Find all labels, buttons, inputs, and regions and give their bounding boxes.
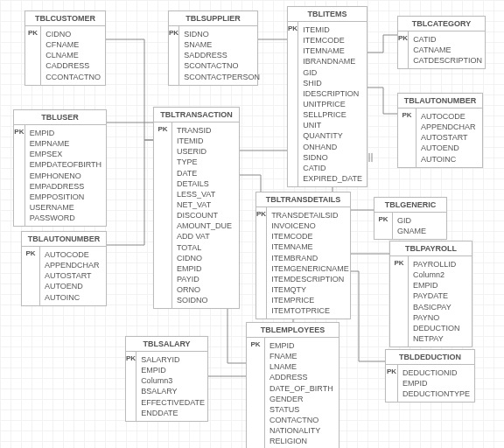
pk-label: PK [386,365,398,402]
column-list: TRANSDETAILSID INVOICENO ITEMCODE ITEMNA… [267,207,354,318]
table-title: TBLSALARY [126,337,207,352]
pk-label: PK [256,207,267,318]
column-list: SALARYID EMPID Column3 BSALARY EFFECTIVE… [136,352,209,421]
column-list: PAYROLLID Column2 EMPID PAYDATE BASICPAY… [409,256,472,346]
column-list: SIDNO SNAME SADDRESS SCONTACTNO SCONTACT… [179,26,264,85]
pk-label: PK [25,26,41,85]
table-tblautonumber-1[interactable]: TBLAUTONUMBER PKAUTOCODE APPENDCHAR AUTO… [21,231,107,306]
table-tbluser[interactable]: TBLUSER PKEMPID EMPNAME EMPSEX EMPDATEOF… [13,109,107,227]
column-list: DEDUCTIONID EMPID DEDUCTIONTYPE [398,365,474,402]
table-tblsalary[interactable]: TBLSALARY PKSALARYID EMPID Column3 BSALA… [125,336,208,422]
table-tblitems[interactable]: TBLITEMS PKITEMID ITEMCODE ITEMNAME IBRA… [287,6,368,187]
table-title: TBLAUTONUMBER [398,94,482,108]
pk-label: PK [169,26,179,85]
table-tblcustomer[interactable]: TBLCUSTOMER PKCIDNO CFNAME CLNAME CADDRE… [24,10,106,86]
pk-label: PK [14,125,25,226]
table-tblcategory[interactable]: TBLCATEGORY PKCATID CATNAME CATDESCRIPTI… [397,16,486,69]
column-list: TRANSID ITEMID USERID TYPE DATE DETAILS … [172,122,239,308]
column-list: AUTOCODE APPENDCHAR AUTOSTART AUTOEND AU… [416,108,482,167]
table-tblsupplier[interactable]: TBLSUPPLIER PKSIDNO SNAME SADDRESS SCONT… [168,10,258,86]
table-tblgeneric[interactable]: TBLGENERIC PKGID GNAME [374,197,447,240]
pk-label: PK [374,213,393,239]
column-list: CIDNO CFNAME CLNAME CADDRESS CCONTACTNO [41,26,105,85]
column-list: ITEMID ITEMCODE ITEMNAME IBRANDNAME GID … [298,22,367,186]
column-list: GID GNAME [393,213,446,239]
table-tblautonumber-2[interactable]: TBLAUTONUMBER PKAUTOCODE APPENDCHAR AUTO… [397,93,483,168]
table-title: TBLPAYROLL [390,242,472,256]
table-title: TBLGENERIC [374,198,446,213]
pk-label: PK [390,256,409,346]
pk-label: PK [398,108,416,167]
table-title: TBLDEDUCTION [386,350,474,365]
table-title: TBLAUTONUMBER [22,232,106,247]
column-list: AUTOCODE APPENDCHAR AUTOSTART AUTOEND AU… [40,247,106,305]
table-tbldeduction[interactable]: TBLDEDUCTION PKDEDUCTIONID EMPID DEDUCTI… [385,349,475,402]
pk-label: PK [126,352,136,421]
table-tblpayroll[interactable]: TBLPAYROLL PKPAYROLLID Column2 EMPID PAY… [389,241,472,347]
table-title: TBLTRANSACTION [154,108,239,122]
table-tbltransaction[interactable]: TBLTRANSACTION PKTRANSID ITEMID USERID T… [153,107,240,309]
table-title: TBLITEMS [288,7,367,22]
column-list: CATID CATNAME CATDESCRIPTION [409,32,486,68]
table-title: TBLCUSTOMER [25,11,105,26]
pk-label: PK [22,247,40,305]
pk-label: PK [288,22,298,186]
table-title: TBLEMPLOYEES [247,323,339,338]
table-title: TBLTRANSDETAILS [256,192,350,207]
column-list: EMPID EMPNAME EMPSEX EMPDATEOFBIRTH EMPH… [25,125,106,226]
column-list: EMPID FNAME LNAME ADDRESS DATE_OF_BIRTH … [265,338,339,448]
table-title: TBLUSER [14,110,106,125]
pk-label: PK [398,32,409,68]
pk-label: PK [247,338,265,448]
table-tblemployees[interactable]: TBLEMPLOYEES PKEMPID FNAME LNAME ADDRESS… [246,322,340,448]
table-title: TBLCATEGORY [398,17,485,32]
table-tbltransdetails[interactable]: TBLTRANSDETAILS PKTRANSDETAILSID INVOICE… [256,192,351,319]
pk-label: PK [154,122,172,308]
table-title: TBLSUPPLIER [169,11,257,26]
